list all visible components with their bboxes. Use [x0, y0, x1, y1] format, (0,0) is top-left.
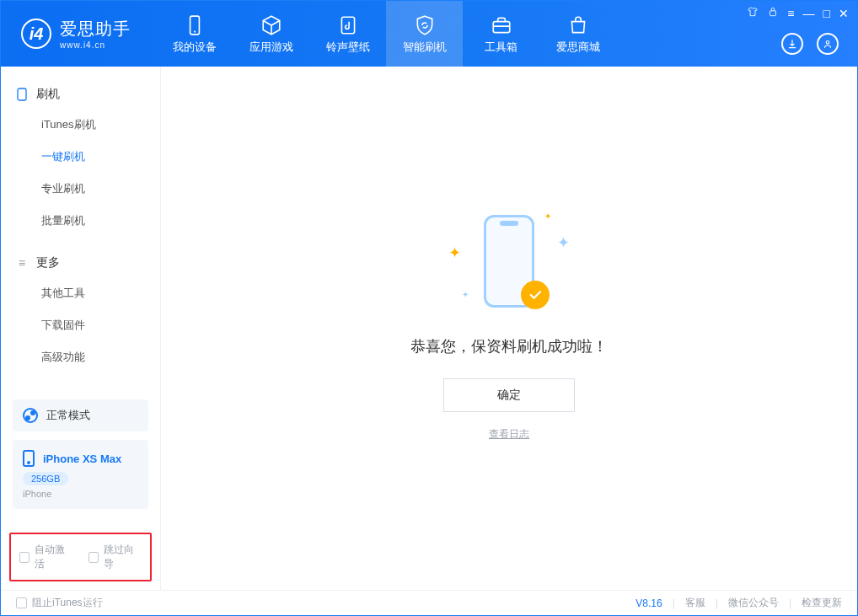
- checkbox-block-itunes[interactable]: 阻止iTunes运行: [16, 596, 103, 610]
- svg-rect-4: [770, 11, 776, 16]
- tab-label: 我的设备: [173, 40, 217, 55]
- sparkle-icon: ✦: [462, 290, 469, 299]
- section-title-text: 更多: [36, 255, 60, 271]
- sidebar-section-flash: 刷机: [1, 80, 160, 109]
- user-button[interactable]: [817, 33, 839, 55]
- tab-ringtone-wallpaper[interactable]: 铃声壁纸: [309, 1, 386, 67]
- version-label: V8.16: [635, 597, 662, 609]
- success-message: 恭喜您，保资料刷机成功啦！: [410, 336, 608, 356]
- svg-rect-2: [341, 17, 354, 34]
- tab-label: 工具箱: [485, 40, 517, 55]
- lock-icon[interactable]: [767, 6, 779, 20]
- tshirt-icon[interactable]: [747, 6, 759, 20]
- checkmark-badge-icon: [521, 281, 550, 309]
- logo-icon: i4: [21, 19, 51, 49]
- svg-point-1: [193, 31, 195, 33]
- sidebar-item-batch-flash[interactable]: 批量刷机: [1, 205, 160, 237]
- sidebar-item-oneclick-flash[interactable]: 一键刷机: [1, 141, 160, 173]
- wechat-link[interactable]: 微信公众号: [728, 596, 779, 610]
- support-link[interactable]: 客服: [685, 596, 705, 610]
- tab-apps-games[interactable]: 应用游戏: [233, 1, 309, 67]
- svg-point-5: [826, 41, 829, 45]
- tab-label: 铃声壁纸: [326, 40, 370, 55]
- footer: 阻止iTunes运行 V8.16 | 客服 | 微信公众号 | 检查更新: [1, 590, 857, 615]
- phone-small-icon: [16, 88, 28, 100]
- confirm-button[interactable]: 确定: [443, 378, 575, 412]
- mode-icon: [23, 408, 38, 423]
- sidebar-item-advanced[interactable]: 高级功能: [1, 341, 160, 373]
- download-button[interactable]: [781, 33, 803, 55]
- device-phone-icon: [23, 450, 35, 467]
- sparkle-icon: ✦: [544, 212, 551, 221]
- svg-rect-6: [18, 88, 26, 100]
- checkbox-auto-activate[interactable]: 自动激活: [19, 543, 73, 571]
- shield-refresh-icon: [412, 13, 437, 38]
- mode-label: 正常模式: [46, 408, 90, 423]
- main-content: ✦ ✦ ✦ ✦ 恭喜您，保资料刷机成功啦！ 确定 查看日志: [161, 67, 857, 590]
- sidebar-item-other-tools[interactable]: 其他工具: [1, 277, 160, 309]
- maximize-icon[interactable]: □: [823, 7, 830, 20]
- sidebar-item-itunes-flash[interactable]: iTunes刷机: [1, 109, 160, 141]
- check-update-link[interactable]: 检查更新: [802, 596, 842, 610]
- device-name: iPhone XS Max: [43, 453, 121, 465]
- bag-icon: [566, 13, 591, 38]
- header-actions: [781, 33, 839, 55]
- header-tabs: 我的设备 应用游戏 铃声壁纸 智能刷机 工具箱 爱思商城: [156, 1, 616, 67]
- svg-rect-3: [493, 22, 510, 33]
- checkbox-skip-guide[interactable]: 跳过向导: [88, 543, 142, 571]
- tab-store[interactable]: 爱思商城: [539, 1, 616, 67]
- menu-icon[interactable]: ≡: [787, 7, 794, 20]
- sidebar-item-download-firmware[interactable]: 下载固件: [1, 309, 160, 341]
- tab-smart-flash[interactable]: 智能刷机: [386, 1, 463, 67]
- success-illustration: ✦ ✦ ✦ ✦: [472, 215, 546, 314]
- section-title-text: 刷机: [36, 87, 60, 102]
- view-log-link[interactable]: 查看日志: [489, 427, 529, 442]
- sparkle-icon: ✦: [557, 233, 570, 252]
- toolbox-icon: [489, 13, 514, 38]
- body: 刷机 iTunes刷机 一键刷机 专业刷机 批量刷机 ≡ 更多 其他工具 下载固…: [1, 67, 857, 590]
- minimize-icon[interactable]: —: [803, 7, 815, 20]
- tab-label: 智能刷机: [403, 40, 447, 55]
- tab-toolbox[interactable]: 工具箱: [463, 1, 539, 67]
- app-window: i4 爱思助手 www.i4.cn 我的设备 应用游戏 铃声壁纸 智能刷机: [0, 0, 858, 616]
- sidebar-section-more: ≡ 更多: [1, 249, 160, 277]
- tab-label: 应用游戏: [249, 40, 293, 55]
- close-icon[interactable]: ✕: [839, 7, 849, 20]
- header: i4 爱思助手 www.i4.cn 我的设备 应用游戏 铃声壁纸 智能刷机: [1, 1, 857, 67]
- sparkle-icon: ✦: [448, 244, 461, 262]
- tab-label: 爱思商城: [556, 40, 600, 55]
- device-icon: [182, 13, 207, 38]
- logo-title: 爱思助手: [60, 18, 131, 40]
- list-icon: ≡: [16, 257, 28, 269]
- cube-icon: [259, 13, 284, 38]
- device-type: iPhone: [23, 489, 51, 499]
- device-storage: 256GB: [23, 472, 68, 485]
- logo-url: www.i4.cn: [60, 40, 131, 50]
- music-file-icon: [335, 13, 361, 38]
- mode-card[interactable]: 正常模式: [13, 399, 148, 431]
- highlight-box: 自动激活 跳过向导: [9, 533, 152, 581]
- logo: i4 爱思助手 www.i4.cn: [1, 1, 147, 67]
- tab-my-device[interactable]: 我的设备: [156, 1, 233, 67]
- sidebar-item-pro-flash[interactable]: 专业刷机: [1, 173, 160, 205]
- window-controls: ≡ — □ ✕: [747, 6, 849, 20]
- sidebar: 刷机 iTunes刷机 一键刷机 专业刷机 批量刷机 ≡ 更多 其他工具 下载固…: [1, 67, 161, 590]
- device-card[interactable]: iPhone XS Max 256GB iPhone: [13, 440, 148, 509]
